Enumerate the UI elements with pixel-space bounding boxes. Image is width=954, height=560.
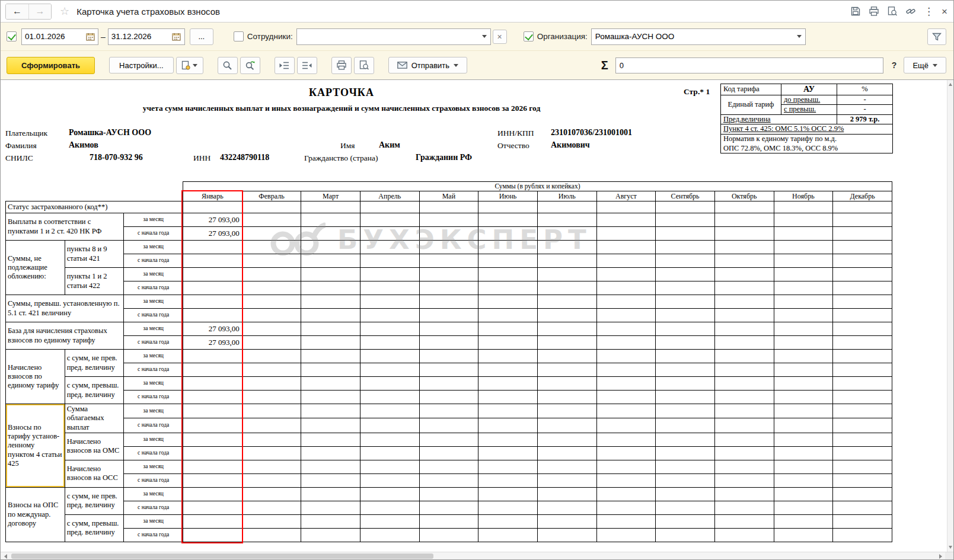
value-cell[interactable] xyxy=(714,446,774,460)
value-cell[interactable] xyxy=(596,309,656,322)
section-label[interactable]: Начислено взносов по единому тарифу xyxy=(6,350,65,404)
value-cell[interactable] xyxy=(242,350,301,363)
value-cell[interactable] xyxy=(656,309,715,322)
value-cell[interactable] xyxy=(360,460,419,473)
value-cell[interactable] xyxy=(714,213,774,227)
value-cell[interactable] xyxy=(242,295,301,309)
value-cell[interactable] xyxy=(774,254,833,268)
value-cell[interactable] xyxy=(360,501,419,514)
value-cell[interactable] xyxy=(301,501,360,514)
value-cell[interactable] xyxy=(360,295,419,309)
value-cell[interactable] xyxy=(833,268,892,281)
value-cell[interactable] xyxy=(183,295,242,309)
sub-label[interactable]: с сумм, превыш. пред. величину xyxy=(65,514,124,542)
period-label[interactable]: за месяц xyxy=(124,460,183,473)
value-cell[interactable] xyxy=(242,254,301,268)
value-cell[interactable]: 27 093,00 xyxy=(183,213,242,227)
sub-label[interactable]: пункты 1 и 2 статьи 422 xyxy=(65,268,124,295)
value-cell[interactable] xyxy=(183,446,242,460)
value-cell[interactable] xyxy=(714,227,774,241)
value-cell[interactable] xyxy=(301,433,360,446)
value-cell[interactable] xyxy=(537,336,596,350)
save-icon-button[interactable] xyxy=(850,6,861,17)
settings-button[interactable]: Настройки... xyxy=(109,57,174,73)
value-cell[interactable] xyxy=(183,473,242,487)
period-label[interactable]: за месяц xyxy=(124,322,183,336)
value-cell[interactable] xyxy=(301,418,360,433)
period-label[interactable]: с начала года xyxy=(124,391,183,404)
above-limit-value[interactable]: - xyxy=(837,105,893,115)
settings-presets-button[interactable] xyxy=(176,57,203,74)
value-cell[interactable] xyxy=(478,501,538,514)
value-cell[interactable] xyxy=(478,281,538,295)
value-cell[interactable] xyxy=(656,418,715,433)
more-menu-button[interactable]: ⋮ xyxy=(924,7,934,17)
value-cell[interactable] xyxy=(183,418,242,433)
value-cell[interactable] xyxy=(596,501,656,514)
value-cell[interactable] xyxy=(596,446,656,460)
value-cell[interactable] xyxy=(656,213,715,227)
value-cell[interactable] xyxy=(242,377,301,391)
value-cell[interactable] xyxy=(301,363,360,377)
value-cell[interactable] xyxy=(714,514,774,528)
value-cell[interactable] xyxy=(301,377,360,391)
value-cell[interactable] xyxy=(537,446,596,460)
value-cell[interactable] xyxy=(478,418,538,433)
value-cell[interactable] xyxy=(183,254,242,268)
value-cell[interactable] xyxy=(774,418,833,433)
value-cell[interactable] xyxy=(596,404,656,418)
value-cell[interactable] xyxy=(774,241,833,254)
value-cell[interactable] xyxy=(419,363,478,377)
organization-checkbox[interactable] xyxy=(524,31,534,41)
tariff-code-value[interactable]: АУ xyxy=(781,84,837,95)
value-cell[interactable] xyxy=(656,268,715,281)
value-cell[interactable] xyxy=(656,514,715,528)
value-cell[interactable] xyxy=(656,281,715,295)
value-cell[interactable] xyxy=(714,363,774,377)
period-checkbox[interactable] xyxy=(7,31,17,41)
month-header-0[interactable]: Январь xyxy=(183,191,242,201)
value-cell[interactable] xyxy=(478,213,538,227)
value-cell[interactable] xyxy=(833,254,892,268)
value-cell[interactable] xyxy=(596,363,656,377)
month-header-7[interactable]: Август xyxy=(596,191,656,201)
value-cell[interactable] xyxy=(774,391,833,404)
date-to-input[interactable] xyxy=(109,32,169,41)
value-cell[interactable] xyxy=(537,404,596,418)
value-cell[interactable] xyxy=(242,460,301,473)
value-cell[interactable] xyxy=(774,268,833,281)
value-cell[interactable] xyxy=(301,281,360,295)
value-cell[interactable] xyxy=(774,363,833,377)
value-cell[interactable] xyxy=(656,391,715,404)
unified-tariff-label[interactable]: Единый тариф xyxy=(721,95,781,114)
value-cell[interactable] xyxy=(419,254,478,268)
value-cell[interactable] xyxy=(656,241,715,254)
value-cell[interactable] xyxy=(242,281,301,295)
value-cell[interactable] xyxy=(360,309,419,322)
value-cell[interactable] xyxy=(360,322,419,336)
value-cell[interactable] xyxy=(714,460,774,473)
value-cell[interactable] xyxy=(596,295,656,309)
value-cell[interactable] xyxy=(242,213,301,227)
value-cell[interactable] xyxy=(833,201,892,213)
value-cell[interactable] xyxy=(714,350,774,363)
value-cell[interactable] xyxy=(360,446,419,460)
value-cell[interactable] xyxy=(183,309,242,322)
value-cell[interactable] xyxy=(833,281,892,295)
value-cell[interactable] xyxy=(301,528,360,542)
generate-button[interactable]: Сформировать xyxy=(7,57,95,74)
value-cell[interactable] xyxy=(478,309,538,322)
value-cell[interactable] xyxy=(360,433,419,446)
value-cell[interactable] xyxy=(596,336,656,350)
value-cell[interactable] xyxy=(774,336,833,350)
period-label[interactable]: с начала года xyxy=(124,309,183,322)
value-cell[interactable] xyxy=(183,487,242,501)
value-cell[interactable] xyxy=(537,322,596,336)
value-cell[interactable] xyxy=(419,487,478,501)
search-next-icon-button[interactable] xyxy=(240,57,260,74)
value-cell[interactable] xyxy=(656,363,715,377)
value-cell[interactable] xyxy=(419,322,478,336)
value-cell[interactable] xyxy=(419,336,478,350)
value-cell[interactable] xyxy=(242,433,301,446)
forward-button[interactable]: → xyxy=(28,4,51,19)
